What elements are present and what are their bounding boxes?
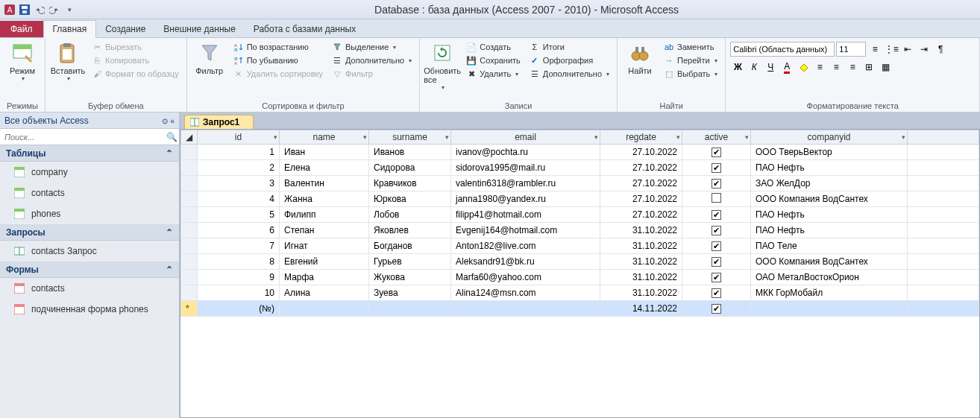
align-center-icon[interactable]: ≡ bbox=[829, 60, 844, 75]
cell-surname[interactable]: Яковлев bbox=[369, 223, 451, 238]
checkbox-icon[interactable]: ✔ bbox=[712, 241, 721, 251]
doc-tab-query1[interactable]: Запрос1 bbox=[184, 115, 254, 129]
nav-query-contacts[interactable]: contacts Запрос bbox=[0, 241, 179, 262]
cell-active[interactable]: ✔ bbox=[682, 160, 751, 176]
cell-regdate[interactable]: 27.10.2022 bbox=[600, 176, 682, 191]
align-left-icon[interactable]: ≡ bbox=[812, 60, 827, 75]
cell-companyid[interactable]: ПАО Нефть bbox=[751, 207, 908, 223]
cell-active[interactable] bbox=[682, 191, 751, 207]
chevron-down-icon[interactable]: ▾ bbox=[745, 133, 749, 141]
cell-email[interactable]: Evgenij164@hotmail.com bbox=[451, 223, 600, 238]
advanced-filter-button[interactable]: ☰Дополнительно▾ bbox=[329, 54, 415, 66]
table-row[interactable]: 3ВалентинКравчиковvalentin6318@rambler.r… bbox=[181, 176, 979, 191]
refresh-button[interactable]: Обновить все ▾ bbox=[424, 39, 460, 92]
cell-email[interactable]: ivanov@pochta.ru bbox=[451, 145, 600, 160]
col-header-email[interactable]: email▾ bbox=[451, 130, 600, 145]
cell-surname[interactable]: Богданов bbox=[369, 238, 451, 254]
cell-regdate[interactable]: 27.10.2022 bbox=[600, 207, 682, 223]
cell-active[interactable]: ✔ bbox=[682, 301, 751, 317]
checkbox-icon[interactable]: ✔ bbox=[712, 179, 721, 189]
nav-table-company[interactable]: company bbox=[0, 162, 179, 183]
tab-create[interactable]: Создание bbox=[96, 21, 154, 37]
cell-regdate[interactable]: 27.10.2022 bbox=[600, 191, 682, 207]
filter-button[interactable]: Фильтр bbox=[192, 39, 227, 77]
chevron-down-icon[interactable]: ▾ bbox=[445, 133, 449, 141]
row-selector[interactable] bbox=[181, 176, 198, 191]
bold-icon[interactable]: Ж bbox=[730, 60, 745, 75]
cell-regdate[interactable]: 31.10.2022 bbox=[600, 238, 682, 254]
cell-id[interactable]: 9 bbox=[198, 270, 280, 285]
cell-active[interactable]: ✔ bbox=[682, 238, 751, 254]
chevron-down-icon[interactable]: ▾ bbox=[274, 133, 277, 141]
clear-sort-button[interactable]: ⨯Удалить сортировку bbox=[230, 68, 326, 80]
table-row[interactable]: 5ФилиппЛобовfilipp41@hotmail.com27.10.20… bbox=[181, 207, 979, 223]
cell-regdate[interactable]: 27.10.2022 bbox=[600, 160, 682, 176]
checkbox-icon[interactable]: ✔ bbox=[712, 163, 721, 173]
cell-companyid[interactable]: ООО Компания ВодСантех bbox=[751, 254, 908, 270]
cell-email[interactable]: Anton182@live.com bbox=[451, 238, 600, 254]
row-selector[interactable] bbox=[181, 254, 198, 270]
gridlines-icon[interactable]: ⊞ bbox=[861, 60, 876, 75]
col-header-active[interactable]: active▾ bbox=[682, 130, 751, 145]
delete-record-button[interactable]: ✖Удалить▾ bbox=[463, 68, 524, 80]
cell-regdate[interactable]: 14.11.2022 bbox=[600, 301, 682, 317]
chevron-down-icon[interactable]: ▾ bbox=[363, 133, 367, 141]
sort-desc-button[interactable]: ЯАПо убыванию bbox=[230, 54, 326, 66]
altrow-icon[interactable]: ▦ bbox=[878, 60, 893, 75]
toggle-filter-button[interactable]: ▽Фильтр bbox=[329, 68, 415, 80]
cell-name[interactable]: Евгений bbox=[280, 254, 369, 270]
cell-surname[interactable]: Гурьев bbox=[369, 254, 451, 270]
bullets-icon[interactable]: ≡ bbox=[867, 42, 882, 57]
nav-search-input[interactable] bbox=[0, 131, 164, 143]
cell-name[interactable]: Степан bbox=[280, 223, 369, 238]
cell-name[interactable] bbox=[280, 301, 369, 317]
qat-undo-icon[interactable] bbox=[33, 3, 46, 16]
nav-table-contacts[interactable]: contacts bbox=[0, 183, 179, 203]
cell-name[interactable]: Елена bbox=[280, 160, 369, 176]
cell-name[interactable]: Марфа bbox=[280, 270, 369, 285]
cell-name[interactable]: Игнат bbox=[280, 238, 369, 254]
copy-button[interactable]: ⎘Копировать bbox=[89, 54, 182, 66]
find-button[interactable]: Найти bbox=[622, 39, 658, 77]
table-row[interactable]: 2ЕленаСидороваsidorova1995@mail.ru27.10.… bbox=[181, 160, 979, 176]
row-selector[interactable] bbox=[181, 145, 198, 160]
replace-button[interactable]: abЗаменить bbox=[661, 41, 720, 53]
italic-icon[interactable]: К bbox=[747, 60, 761, 75]
table-row[interactable]: 6СтепанЯковлевEvgenij164@hotmail.com31.1… bbox=[181, 223, 979, 238]
font-size-combo[interactable] bbox=[836, 42, 866, 57]
checkbox-icon[interactable]: ✔ bbox=[712, 288, 721, 298]
table-row[interactable]: 1ИванИвановivanov@pochta.ru27.10.2022✔ОО… bbox=[181, 145, 979, 160]
cell-id[interactable]: 1 bbox=[198, 145, 280, 160]
cell-surname[interactable]: Лобов bbox=[369, 207, 451, 223]
textdir-icon[interactable]: ¶ bbox=[933, 42, 948, 57]
table-row[interactable]: 8ЕвгенийГурьевAleksandr91@bk.ru31.10.202… bbox=[181, 254, 979, 270]
cell-surname[interactable]: Зуева bbox=[369, 285, 451, 301]
cut-button[interactable]: ✂Вырезать bbox=[89, 41, 182, 53]
cell-name[interactable]: Жанна bbox=[280, 191, 369, 207]
underline-icon[interactable]: Ч bbox=[763, 60, 778, 75]
checkbox-icon[interactable]: ✔ bbox=[712, 148, 721, 157]
row-selector[interactable] bbox=[181, 160, 198, 176]
tab-home[interactable]: Главная bbox=[43, 20, 97, 38]
cell-email[interactable]: Marfa60@yahoo.com bbox=[451, 270, 600, 285]
cell-regdate[interactable]: 31.10.2022 bbox=[600, 254, 682, 270]
spelling-button[interactable]: ✓Орфография bbox=[527, 54, 612, 66]
chevron-down-icon[interactable]: ▾ bbox=[594, 133, 598, 141]
indent-inc-icon[interactable]: ⇥ bbox=[917, 42, 932, 57]
cell-active[interactable]: ✔ bbox=[682, 145, 751, 160]
cell-companyid[interactable]: ПАО Нефть bbox=[751, 160, 908, 176]
cell-email[interactable]: Alina124@msn.com bbox=[451, 285, 600, 301]
cell-id[interactable]: (№) bbox=[198, 301, 280, 317]
cell-companyid[interactable]: ПАО Теле bbox=[751, 238, 908, 254]
search-icon[interactable]: 🔍 bbox=[164, 132, 179, 142]
cell-companyid[interactable]: ОАО МеталВостокОрион bbox=[751, 270, 908, 285]
cell-surname[interactable]: Жукова bbox=[369, 270, 451, 285]
cell-id[interactable]: 7 bbox=[198, 238, 280, 254]
table-row[interactable]: 10АлинаЗуеваAlina124@msn.com31.10.2022✔М… bbox=[181, 285, 979, 301]
cell-companyid[interactable]: ООО ТверьВектор bbox=[751, 145, 908, 160]
cell-companyid[interactable]: ЗАО ЖелДор bbox=[751, 176, 908, 191]
new-record-row[interactable]: *(№)14.11.2022✔ bbox=[181, 301, 979, 317]
format-painter-button[interactable]: 🖌Формат по образцу bbox=[89, 68, 182, 80]
cell-active[interactable]: ✔ bbox=[682, 176, 751, 191]
tab-external[interactable]: Внешние данные bbox=[154, 21, 245, 37]
